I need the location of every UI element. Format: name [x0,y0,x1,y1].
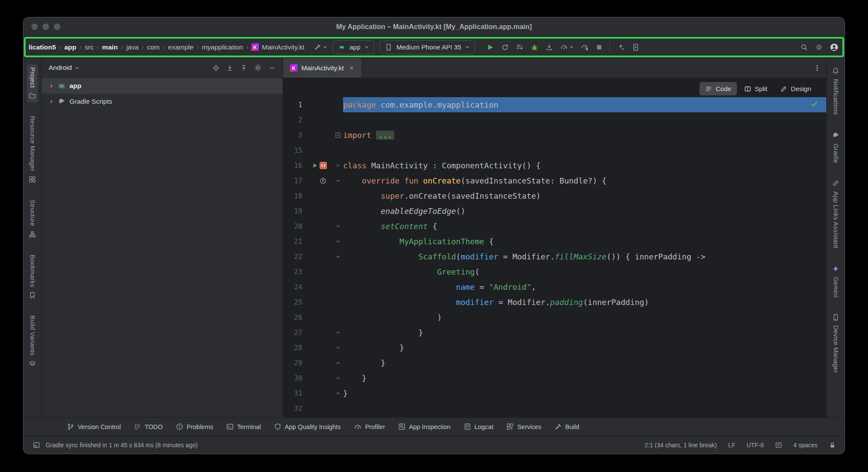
tool-stripe-gemini[interactable]: Gemini [830,262,841,301]
line-number[interactable]: 27 [283,329,309,337]
fold-down-icon[interactable] [335,239,341,244]
toolwindow-services[interactable]: Services [506,423,541,430]
fold-up-icon[interactable] [335,330,341,335]
build-menu-button[interactable] [314,43,327,51]
fold-up-icon[interactable] [335,360,341,366]
run-configuration-selector[interactable]: app [333,40,374,54]
expall-button[interactable] [226,64,234,72]
toolwindow-terminal[interactable]: Terminal [226,423,261,430]
line-number[interactable]: 2 [283,116,309,124]
code-text[interactable]: super.onCreate(savedInstanceState) [343,188,826,203]
minus-button[interactable] [268,64,276,72]
code-line-28[interactable]: 28 } [283,340,826,355]
line-number[interactable]: 1 [283,101,309,109]
code-text[interactable]: enableEdgeToEdge() [343,203,826,219]
breadcrumb-item-src[interactable]: src [84,42,95,52]
code-line-16[interactable]: 16class MainActivity : ComponentActivity… [283,158,826,173]
line-number[interactable]: 18 [283,192,309,200]
gear-button[interactable] [254,64,262,72]
fold-plus-icon[interactable] [335,132,341,138]
code-line-1[interactable]: 1package com.example.myapplication [283,97,826,112]
toolwindow-problems[interactable]: Problems [176,423,213,430]
code-text[interactable]: Scaffold(modifier = Modifier.fillMaxSize… [343,249,826,264]
apply-code-changes-button[interactable] [516,43,524,51]
apply-changes-button[interactable] [501,43,509,51]
collall-button[interactable] [240,64,248,72]
code-line-19[interactable]: 19 enableEdgeToEdge() [283,203,826,219]
line-number[interactable]: 24 [283,283,309,291]
code-text[interactable]: MyApplicationTheme { [343,234,826,249]
breadcrumb-item-myapplication[interactable]: myapplication [201,42,244,52]
tool-stripe-bookmarks[interactable]: Bookmarks [27,252,38,302]
running-devices-button[interactable] [632,43,640,51]
line-number[interactable]: 28 [283,344,309,352]
line-number[interactable]: 15 [283,147,309,154]
tool-stripe-device-manager[interactable]: Device Manager [830,311,841,376]
toolwindow-todo[interactable]: TODO [134,423,163,430]
profiler-button[interactable] [560,43,574,51]
gutspacer-gutter-icon[interactable] [312,177,318,184]
fold-down-icon[interactable] [335,223,341,229]
code-line-24[interactable]: 24 name = "Android", [283,279,826,295]
caret-position-widget[interactable]: 2:1 (34 chars, 1 line break) [644,442,717,449]
runsmall-gutter-icon[interactable] [312,162,318,169]
toolwindow-app-inspection[interactable]: App Inspection [398,423,451,430]
code-line-32[interactable]: 32 [283,401,826,416]
tool-stripe-structure[interactable]: Structure [27,197,38,241]
line-number[interactable]: 32 [283,405,309,413]
code-line-15[interactable]: 15 [283,143,826,158]
tool-window-layout-icon[interactable] [33,442,40,449]
code-line-29[interactable]: 29 } [283,355,826,370]
breadcrumb-item-example[interactable]: example [167,42,195,52]
tool-stripe-project[interactable]: Project [27,64,38,102]
fold-up-icon[interactable] [335,345,341,351]
editor-tab-mainactivity[interactable]: K MainActivity.kt [283,58,362,78]
line-number[interactable]: 26 [283,314,309,321]
attach-debugger-button[interactable] [545,43,553,51]
device-streaming-button[interactable] [617,43,625,51]
tool-stripe-notifications[interactable]: Notifications [830,64,841,118]
toolwindow-version-control[interactable]: Version Control [67,423,121,430]
encoding-widget[interactable]: UTF-8 [746,442,764,449]
breadcrumb-item-java[interactable]: java [125,42,139,52]
breadcrumb-item-main[interactable]: main [101,42,119,52]
toolwindow-profiler[interactable]: Profiler [354,423,385,431]
close-tab-icon[interactable] [349,66,354,71]
code-text[interactable] [343,143,826,158]
run-button[interactable] [486,43,494,51]
view-mode-code[interactable]: Code [700,82,737,95]
fold-down-icon[interactable] [335,178,341,184]
code-text[interactable]: package com.example.myapplication [343,97,826,112]
line-number[interactable]: 29 [283,359,309,367]
code-line-25[interactable]: 25 modifier = Modifier.padding(innerPadd… [283,295,826,310]
code-line-20[interactable]: 20 setContent { [283,219,826,234]
code-line-21[interactable]: 21 MyApplicationTheme { [283,234,826,249]
fold-down-icon[interactable] [335,254,341,259]
toolwindow-app-quality-insights[interactable]: App Quality Insights [274,423,341,430]
tool-stripe-build-variants[interactable]: Build Variants [27,312,38,370]
view-mode-design[interactable]: Design [775,82,817,95]
code-line-3[interactable]: 3import ... [283,128,826,143]
line-separator-widget[interactable]: LF [728,442,735,449]
code-text[interactable]: } [343,340,826,355]
chevron-right-icon[interactable] [49,83,54,88]
device-selector[interactable]: Medium Phone API 35 [380,40,475,54]
line-number[interactable]: 3 [283,131,309,139]
locate-button[interactable] [212,64,220,72]
tree-item-gradle-scripts[interactable]: Gradle Scripts [42,94,283,109]
line-number[interactable]: 17 [283,177,309,185]
code-line-18[interactable]: 18 super.onCreate(savedInstanceState) [283,188,826,203]
code-style-icon[interactable] [775,442,782,449]
readonly-lock-icon[interactable] [829,442,836,449]
code-text[interactable]: modifier = Modifier.padding(innerPadding… [343,295,826,310]
chevron-right-icon[interactable] [49,99,54,104]
code-text[interactable]: } [343,325,826,340]
code-text[interactable] [343,401,826,416]
settings-button[interactable] [815,43,823,51]
code-text[interactable]: override fun onCreate(savedInstanceState… [343,173,826,188]
code-line-27[interactable]: 27 } [283,325,826,340]
tool-stripe-gradle[interactable]: Gradle [830,128,842,166]
code-line-30[interactable]: 30 } [283,370,826,386]
code-text[interactable]: name = "Android", [343,279,826,295]
code-line-23[interactable]: 23 Greeting( [283,264,826,279]
